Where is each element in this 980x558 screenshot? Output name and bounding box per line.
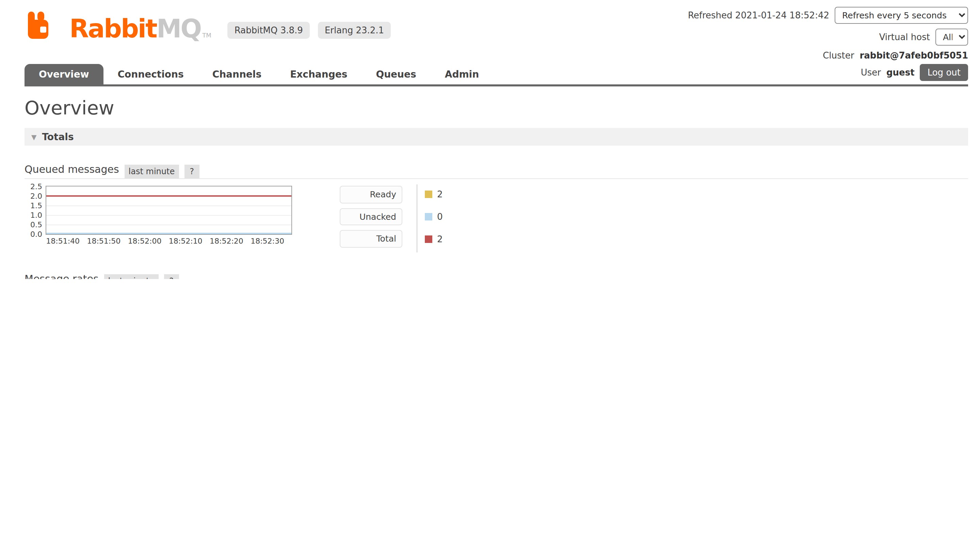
tab-connections[interactable]: Connections	[104, 64, 198, 84]
tab-overview[interactable]: Overview	[25, 64, 104, 84]
main-content: Overview ▼ Totals Queued messages last m…	[0, 97, 980, 279]
x-axis-ticks: 18:51:4018:51:50 18:52:0018:52:10 18:52:…	[46, 237, 292, 247]
legend-row: Total 2	[340, 230, 443, 248]
help-icon[interactable]: ?	[184, 165, 199, 178]
virtual-host-select[interactable]: All	[936, 29, 968, 46]
page-title: Overview	[25, 97, 968, 119]
total-series-line	[46, 195, 291, 197]
unacked-series-line	[46, 233, 291, 234]
logout-button[interactable]: Log out	[920, 64, 968, 81]
total-swatch-icon	[425, 235, 432, 243]
ready-swatch-icon	[425, 191, 432, 199]
y-axis-ticks: 2.52.0 1.51.0 0.50.0	[25, 186, 42, 235]
legend-divider	[417, 184, 417, 253]
queued-messages-chart: 2.52.0 1.51.0 0.50.0 18:51:4018:51:50 18…	[25, 186, 292, 247]
collapse-arrow-icon: ▼	[31, 133, 36, 141]
header: RabbitMQTM RabbitMQ 3.8.9 Erlang 23.2.1 …	[0, 0, 980, 64]
tab-admin[interactable]: Admin	[431, 64, 493, 84]
legend-label-ready[interactable]: Ready	[340, 186, 402, 203]
queued-messages-heading: Queued messages last minute ?	[25, 163, 968, 179]
user-name: guest	[886, 67, 915, 77]
legend-row: Unacked 0	[340, 208, 443, 225]
user-label: User	[861, 67, 881, 77]
rabbitmq-logo-icon[interactable]	[25, 10, 56, 41]
queued-messages-chart-block: 2.52.0 1.51.0 0.50.0 18:51:4018:51:50 18…	[25, 186, 968, 253]
legend-label-unacked[interactable]: Unacked	[340, 208, 402, 225]
refreshed-timestamp: Refreshed 2021-01-24 18:52:42	[688, 10, 829, 20]
queued-messages-legend: Ready 2 Unacked 0 Total 2	[340, 186, 443, 253]
time-window-badge[interactable]: last minute	[125, 165, 179, 178]
help-icon[interactable]: ?	[164, 274, 179, 279]
legend-label-total[interactable]: Total	[340, 230, 402, 248]
erlang-version-badge: Erlang 23.2.1	[318, 22, 391, 39]
section-header-totals[interactable]: ▼ Totals	[25, 128, 968, 146]
virtual-host-label: Virtual host	[879, 32, 930, 42]
chart-plot-area	[46, 186, 292, 235]
time-window-badge[interactable]: last minute	[104, 274, 159, 279]
cluster-label: Cluster	[823, 50, 854, 61]
cluster-name: rabbit@7afeb0bf5051	[860, 50, 968, 61]
refresh-interval-select[interactable]: Refresh every 5 seconds	[835, 7, 968, 24]
rabbitmq-wordmark[interactable]: RabbitMQTM	[69, 17, 211, 41]
unacked-swatch-icon	[425, 213, 432, 220]
rabbitmq-overview-page: RabbitMQTM RabbitMQ 3.8.9 Erlang 23.2.1 …	[0, 0, 980, 279]
rabbitmq-version-badge: RabbitMQ 3.8.9	[228, 22, 310, 39]
legend-row: Ready 2	[340, 186, 443, 203]
tab-queues[interactable]: Queues	[362, 64, 430, 84]
tab-exchanges[interactable]: Exchanges	[276, 64, 362, 84]
header-status-block: Refreshed 2021-01-24 18:52:42 Refresh ev…	[688, 7, 968, 86]
tab-channels[interactable]: Channels	[198, 64, 276, 84]
message-rates-heading: Message rates last minute ?	[25, 273, 968, 279]
